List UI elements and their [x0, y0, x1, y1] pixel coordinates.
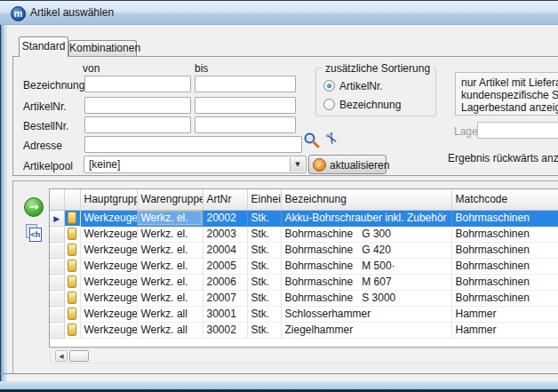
cell-bezeichnung[interactable]: Bohrmaschine G 300	[281, 226, 451, 242]
row-icon-cell[interactable]	[64, 242, 80, 258]
row-icon-cell[interactable]	[64, 210, 80, 226]
bestellnr-von-input[interactable]	[84, 116, 191, 133]
option-kundenspezifische-suche[interactable]: kundenspezifische Suche	[461, 89, 558, 100]
row-icon-cell[interactable]	[64, 322, 80, 338]
cell-warengruppe-focused[interactable]: Werkz. el.	[137, 210, 203, 226]
go-button[interactable]: →	[24, 197, 44, 217]
cell-artnr[interactable]: 20006	[203, 274, 247, 290]
cell-artnr[interactable]: 20002	[203, 210, 247, 226]
cell-matchcode[interactable]: Bohrmaschinen	[451, 274, 558, 290]
cell-artnr[interactable]: 20004	[203, 242, 247, 258]
cell-artnr[interactable]: 20005	[203, 258, 247, 274]
cell-bezeichnung[interactable]: Bohrmaschine M 500·	[281, 258, 451, 274]
bestellnr-bis-input[interactable]	[195, 116, 296, 133]
cell-bezeichnung[interactable]: Schlosserhammer	[281, 306, 451, 322]
cell-bezeichnung[interactable]: Ziegelhammer	[281, 322, 451, 338]
cell-bezeichnung[interactable]: Bohrmaschine M 607	[281, 274, 451, 290]
tab-kombinationen[interactable]: Kombinationen	[68, 40, 137, 56]
cell-einheit[interactable]: Stk.	[247, 210, 281, 226]
cell-hauptgruppe[interactable]: Werkzeuge	[80, 258, 137, 274]
aktualisieren-button[interactable]: ✓ aktualisieren	[308, 155, 387, 174]
cell-artnr[interactable]: 20003	[203, 226, 247, 242]
row-selector[interactable]: ▶	[50, 210, 64, 226]
cell-matchcode[interactable]: Bohrmaschinen	[451, 210, 558, 226]
cell-matchcode[interactable]: Hammer	[451, 322, 558, 338]
header-einheit[interactable]: Einheit	[247, 189, 281, 210]
cell-einheit[interactable]: Stk.	[247, 306, 281, 322]
scroll-left-icon[interactable]: ◀	[55, 350, 68, 362]
scrollbar-thumb[interactable]	[69, 350, 89, 362]
cell-einheit[interactable]: Stk.	[247, 322, 281, 338]
row-selector[interactable]	[50, 322, 64, 338]
cell-artnr[interactable]: 30001	[203, 306, 247, 322]
cell-warengruppe[interactable]: Werkz. all	[137, 322, 203, 338]
horizontal-scrollbar[interactable]: ◀	[50, 348, 558, 364]
cell-bezeichnung[interactable]: Akku-Bohrschrauber inkl. Zubehör	[281, 210, 451, 226]
cell-artnr[interactable]: 20007	[203, 290, 247, 306]
bezeichnung-von-input[interactable]	[84, 76, 191, 92]
cell-einheit[interactable]: Stk.	[247, 242, 281, 258]
row-icon-cell[interactable]	[64, 274, 80, 290]
row-selector[interactable]	[50, 226, 64, 242]
artikelnr-bis-input[interactable]	[195, 97, 296, 114]
cell-einheit[interactable]: Stk.	[247, 226, 281, 242]
cell-matchcode[interactable]: Hammer	[451, 306, 558, 322]
bezeichnung-bis-input[interactable]	[195, 76, 296, 92]
option-nur-artikel-mit-lieferanten[interactable]: nur Artikel mit Lieferanten	[461, 76, 558, 88]
cell-warengruppe[interactable]: Werkz. el.	[137, 242, 203, 258]
option-lagerbestand-anzeigen[interactable]: Lagerbestand anzeigen	[461, 101, 558, 113]
lagerort-input[interactable]	[477, 122, 558, 139]
cell-artnr[interactable]: 30002	[203, 322, 247, 338]
header-matchcode[interactable]: Matchcode	[451, 189, 558, 210]
header-hauptgruppe[interactable]: Hauptgruppe	[80, 189, 137, 210]
row-selector[interactable]	[50, 242, 64, 258]
artikelnr-von-input[interactable]	[84, 97, 191, 114]
titlebar[interactable]: m Artikel auswählen	[0, 0, 558, 25]
cell-hauptgruppe[interactable]: Werkzeuge	[80, 290, 137, 306]
cell-einheit[interactable]: Stk.	[247, 274, 281, 290]
chevron-down-icon[interactable]: ▼	[290, 157, 305, 172]
cell-matchcode[interactable]: Bohrmaschinen	[451, 226, 558, 242]
cell-warengruppe[interactable]: Werkz. el.	[137, 258, 203, 274]
header-artnr[interactable]: ArtNr	[203, 189, 247, 210]
cell-hauptgruppe[interactable]: Werkzeuge	[80, 274, 137, 290]
cell-hauptgruppe[interactable]: Werkzeuge	[80, 226, 137, 242]
header-warengruppe[interactable]: Warengruppe	[137, 189, 203, 210]
cell-warengruppe[interactable]: Werkz. el.	[137, 226, 203, 242]
adresse-input[interactable]	[84, 136, 302, 153]
cell-einheit[interactable]: Stk.	[247, 258, 281, 274]
cell-hauptgruppe[interactable]: Werkzeuge	[80, 210, 137, 226]
row-selector[interactable]	[50, 258, 64, 274]
radio-bezeichnung[interactable]	[323, 99, 335, 110]
radio-artikelnr[interactable]	[323, 80, 335, 92]
aktualisieren-label: aktualisieren	[330, 159, 389, 172]
row-icon-cell[interactable]	[64, 258, 80, 274]
artikelpool-select[interactable]: [keine] ▼	[84, 156, 307, 173]
cell-matchcode[interactable]: Bohrmaschinen	[451, 242, 558, 258]
cell-bezeichnung[interactable]: Bohrmaschine G 420	[281, 242, 451, 258]
row-selector[interactable]	[50, 274, 64, 290]
export-button[interactable]: <h	[26, 224, 43, 243]
cell-hauptgruppe[interactable]: Werkzeuge	[80, 242, 137, 258]
cell-matchcode[interactable]: Bohrmaschinen	[451, 290, 558, 306]
label-bestellnr: BestellNr.	[23, 120, 68, 132]
option-ergebnis-rueckwaerts[interactable]: Ergebnis rückwärts anzeigen	[448, 152, 558, 164]
cell-einheit[interactable]: Stk.	[247, 290, 281, 306]
row-selector[interactable]	[50, 306, 64, 322]
label-bezeichnung: Bezeichnung	[23, 79, 84, 92]
tab-standard[interactable]: Standard	[19, 36, 68, 57]
cell-warengruppe[interactable]: Werkz. el.	[137, 290, 203, 306]
search-icon[interactable]	[303, 132, 321, 149]
cell-warengruppe[interactable]: Werkz. all	[137, 306, 203, 322]
column-header-bis: bis	[195, 62, 208, 75]
cell-bezeichnung[interactable]: Bohrmaschine S 3000	[281, 290, 451, 306]
cell-hauptgruppe[interactable]: Werkzeuge	[80, 322, 137, 338]
cell-hauptgruppe[interactable]: Werkzeuge	[80, 306, 137, 322]
row-icon-cell[interactable]	[64, 226, 80, 242]
row-icon-cell[interactable]	[64, 290, 80, 306]
cell-matchcode[interactable]: Bohrmaschinen	[451, 258, 558, 274]
header-bezeichnung[interactable]: Bezeichnung	[281, 189, 451, 210]
cell-warengruppe[interactable]: Werkz. el.	[137, 274, 203, 290]
row-icon-cell[interactable]	[64, 306, 80, 322]
row-selector[interactable]	[50, 290, 64, 306]
